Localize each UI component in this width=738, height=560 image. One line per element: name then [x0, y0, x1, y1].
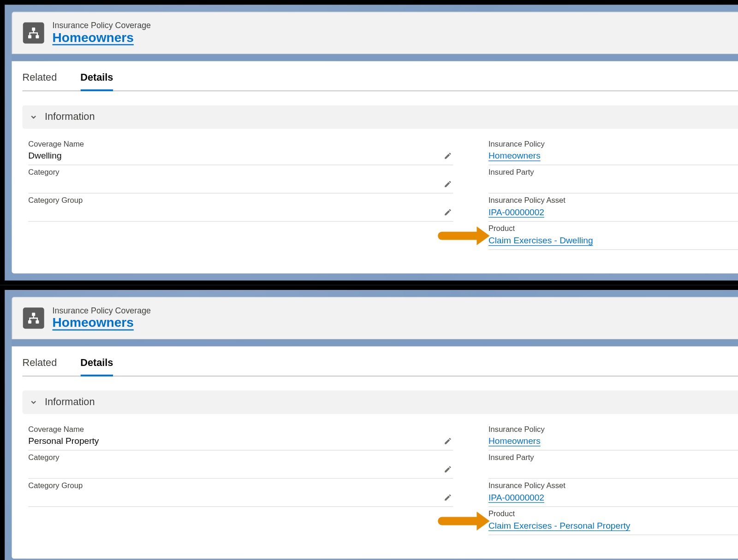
page-title[interactable]: Homeowners — [53, 315, 151, 330]
content-card: Related Details Information Coverage Nam… — [12, 61, 738, 274]
field-label: Insurance Policy Asset — [488, 196, 738, 205]
hierarchy-icon — [27, 26, 40, 39]
pencil-icon — [444, 493, 452, 501]
field-label: Category — [28, 453, 453, 461]
section-header[interactable]: Information — [22, 105, 738, 129]
field-value[interactable]: IPA-00000002 — [488, 492, 544, 502]
field-value[interactable]: Homeowners — [488, 151, 541, 161]
fields-grid: Coverage Name Dwelling Category Category… — [22, 137, 738, 250]
record-panel: Insurance Policy Coverage Homeowners Rel… — [0, 285, 738, 560]
field-label: Coverage Name — [28, 139, 453, 148]
decorative-strip — [12, 339, 738, 346]
field-label: Insurance Policy Asset — [488, 481, 738, 490]
svg-rect-0 — [32, 28, 35, 31]
tab-related[interactable]: Related — [22, 357, 57, 376]
field-value: Dwelling — [28, 151, 61, 161]
field-value[interactable]: Claim Exercises - Dwelling — [488, 235, 593, 245]
section-header[interactable]: Information — [22, 390, 738, 414]
field-label: Category — [28, 168, 453, 177]
section-title: Information — [45, 111, 95, 123]
content-card: Related Details Information Coverage Nam… — [12, 347, 738, 559]
field-value: Personal Property — [28, 436, 99, 446]
pencil-icon — [444, 208, 452, 217]
field: Category Group — [28, 479, 453, 507]
field-value[interactable]: Claim Exercises - Personal Property — [488, 520, 630, 531]
svg-rect-4 — [28, 320, 31, 324]
chevron-down-icon — [28, 397, 39, 407]
field: Category — [28, 450, 453, 478]
tab-details[interactable]: Details — [80, 357, 113, 376]
chevron-down-icon — [30, 398, 38, 407]
page-title[interactable]: Homeowners — [53, 30, 151, 45]
field: Insurance Policy Asset IPA-00000002 — [488, 479, 738, 507]
record-header: Insurance Policy Coverage Homeowners — [12, 297, 738, 339]
tab-related[interactable]: Related — [22, 72, 57, 91]
svg-rect-5 — [36, 320, 39, 324]
section-title: Information — [45, 396, 95, 408]
field: Coverage Name Personal Property — [28, 422, 453, 450]
breadcrumb: Insurance Policy Coverage — [53, 21, 151, 30]
tabset: Related Details — [22, 61, 738, 91]
svg-rect-2 — [36, 35, 39, 38]
record-panel: Insurance Policy Coverage Homeowners Rel… — [0, 0, 738, 285]
edit-button[interactable] — [444, 152, 453, 161]
field: Category — [28, 165, 453, 194]
field-label: Coverage Name — [28, 424, 453, 433]
tab-details[interactable]: Details — [80, 72, 113, 91]
right-column: Insurance Policy Homeowners Insured Part… — [488, 422, 738, 535]
left-column: Coverage Name Dwelling Category Category… — [28, 137, 453, 250]
chevron-down-icon — [30, 113, 38, 121]
field: Insured Party — [488, 450, 738, 478]
pencil-icon — [444, 437, 452, 445]
breadcrumb: Insurance Policy Coverage — [53, 306, 151, 315]
field-label: Insured Party — [488, 453, 738, 461]
left-column: Coverage Name Personal Property Category… — [28, 422, 453, 535]
field-label: Category Group — [28, 196, 453, 205]
edit-button[interactable] — [444, 465, 453, 474]
field: Product Claim Exercises - Dwelling — [488, 222, 738, 250]
record-icon — [23, 22, 44, 43]
edit-button[interactable] — [444, 437, 453, 446]
record-icon — [23, 307, 44, 329]
decorative-strip — [12, 54, 738, 61]
field-label: Product — [488, 509, 738, 518]
field-label: Insurance Policy — [488, 139, 738, 148]
field-label: Insurance Policy — [488, 424, 738, 433]
edit-button[interactable] — [444, 180, 453, 189]
record-header: Insurance Policy Coverage Homeowners — [12, 12, 738, 54]
field-label: Insured Party — [488, 168, 738, 177]
pencil-icon — [444, 152, 452, 160]
field-value[interactable]: IPA-00000002 — [488, 207, 544, 217]
field: Category Group — [28, 194, 453, 222]
edit-button[interactable] — [444, 493, 453, 502]
field: Insurance Policy Homeowners — [488, 137, 738, 165]
field: Coverage Name Dwelling — [28, 137, 453, 165]
field-label: Category Group — [28, 481, 453, 490]
fields-grid: Coverage Name Personal Property Category… — [22, 422, 738, 535]
field: Insured Party — [488, 165, 738, 194]
chevron-down-icon — [28, 112, 39, 122]
header-text: Insurance Policy Coverage Homeowners — [53, 306, 151, 330]
pencil-icon — [444, 180, 452, 188]
tabset: Related Details — [22, 347, 738, 377]
svg-rect-3 — [32, 313, 35, 316]
svg-rect-1 — [28, 35, 31, 38]
field: Insurance Policy Homeowners — [488, 422, 738, 450]
header-text: Insurance Policy Coverage Homeowners — [53, 21, 151, 46]
pencil-icon — [444, 465, 452, 473]
field-label: Product — [488, 224, 738, 233]
hierarchy-icon — [27, 312, 40, 324]
edit-button[interactable] — [444, 208, 453, 218]
field: Insurance Policy Asset IPA-00000002 — [488, 194, 738, 222]
field-value[interactable]: Homeowners — [488, 436, 541, 446]
right-column: Insurance Policy Homeowners Insured Part… — [488, 137, 738, 250]
field: Product Claim Exercises - Personal Prope… — [488, 507, 738, 535]
